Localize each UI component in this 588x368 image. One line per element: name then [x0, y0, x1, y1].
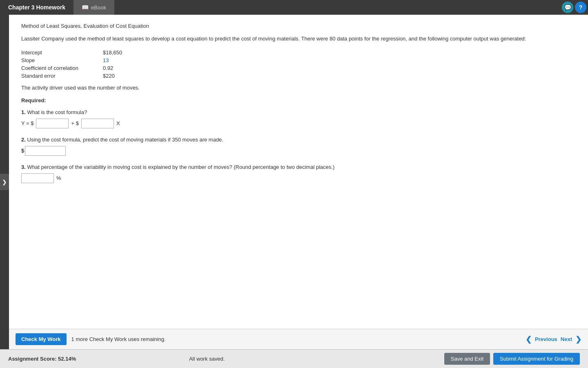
data-row: Standard error $220 — [21, 73, 576, 79]
chapter-title: Chapter 3 Homework — [0, 0, 74, 15]
problem-title: Method of Least Squares, Evaluation of C… — [21, 23, 576, 29]
data-label-slope: Slope — [21, 57, 103, 63]
score-label: Assignment Score: — [8, 356, 56, 362]
data-value-intercept: $18,650 — [103, 49, 122, 56]
formula-plus: + $ — [71, 120, 78, 126]
formula-row: Y = $ + $ X — [21, 119, 576, 128]
book-icon: 📖 — [82, 4, 89, 11]
help-icon[interactable]: ? — [575, 2, 586, 13]
score-value: 52.14% — [58, 356, 76, 362]
prev-arrow: ❮ — [526, 335, 532, 344]
main-area: ❯ Method of Least Squares, Evaluation of… — [0, 15, 588, 349]
data-value-stderr: $220 — [103, 73, 115, 79]
data-row: Slope 13 — [21, 57, 576, 63]
required-label: Required: — [21, 97, 576, 103]
toggle-button[interactable]: ❯ — [0, 174, 9, 190]
check-note: 1 more Check My Work uses remaining. — [71, 336, 166, 342]
question-1-label: 1. What is the cost formula? — [21, 109, 576, 115]
formula-y-equals: Y = $ — [21, 120, 33, 126]
bottom-bar: Check My Work 1 more Check My Work uses … — [9, 329, 588, 349]
question-1-text: What is the cost formula? — [27, 109, 87, 115]
header: Chapter 3 Homework 📖 eBook 💬 ? — [0, 0, 588, 15]
ebook-tab-label: eBook — [91, 4, 106, 11]
footer-buttons: Save and Exit Submit Assignment for Grad… — [444, 353, 580, 365]
question-3-label: 3. What percentage of the variability in… — [21, 164, 576, 170]
chat-icon[interactable]: 💬 — [562, 2, 573, 13]
data-label-correlation: Coefficient of correlation — [21, 65, 103, 71]
data-row: Intercept $18,650 — [21, 49, 576, 56]
next-arrow: ❯ — [575, 335, 581, 344]
question-2-label: 2. Using the cost formula, predict the c… — [21, 137, 576, 143]
activity-note: The activity driver used was the number … — [21, 85, 576, 91]
content-panel: Method of Least Squares, Evaluation of C… — [9, 15, 588, 349]
content-body: Method of Least Squares, Evaluation of C… — [9, 15, 588, 329]
question-3: 3. What percentage of the variability in… — [21, 164, 576, 183]
work-saved: All work saved. — [189, 356, 225, 362]
question-2: 2. Using the cost formula, predict the c… — [21, 137, 576, 156]
footer-bar: Assignment Score: 52.14% All work saved.… — [0, 349, 588, 368]
nav-buttons: ❮ Previous Next ❯ — [526, 335, 581, 344]
formula-input-slope[interactable] — [81, 119, 114, 128]
data-label-intercept: Intercept — [21, 49, 103, 56]
problem-description: Lassiter Company used the method of leas… — [21, 35, 576, 43]
check-my-work-button[interactable]: Check My Work — [16, 333, 67, 345]
header-icons: 💬 ? — [562, 0, 588, 15]
ebook-tab[interactable]: 📖 eBook — [74, 0, 114, 15]
question-1: 1. What is the cost formula? Y = $ + $ X — [21, 109, 576, 128]
percent-sign: % — [56, 175, 61, 181]
data-row: Coefficient of correlation 0.92 — [21, 65, 576, 71]
question-3-text: What percentage of the variability in mo… — [27, 164, 334, 170]
data-value-slope: 13 — [103, 57, 109, 63]
next-button[interactable]: Next — [561, 336, 572, 342]
question-3-input-row: % — [21, 173, 576, 183]
variability-percent-input[interactable] — [21, 173, 54, 183]
question-2-text: Using the cost formula, predict the cost… — [27, 137, 223, 143]
save-and-exit-button[interactable]: Save and Exit — [444, 353, 490, 365]
data-value-correlation: 0.92 — [103, 65, 113, 71]
question-2-input-row: $ — [21, 146, 576, 156]
submit-assignment-button[interactable]: Submit Assignment for Grading — [493, 353, 580, 365]
data-label-stderr: Standard error — [21, 73, 103, 79]
predict-cost-input[interactable] — [25, 146, 66, 156]
dollar-sign-2: $ — [21, 148, 24, 154]
previous-button[interactable]: Previous — [535, 336, 557, 342]
sidebar-toggle[interactable]: ❯ — [0, 15, 9, 349]
data-table: Intercept $18,650 Slope 13 Coefficient o… — [21, 49, 576, 79]
assignment-score: Assignment Score: 52.14% — [8, 356, 76, 362]
formula-input-intercept[interactable] — [36, 119, 69, 128]
formula-x: X — [116, 120, 120, 126]
